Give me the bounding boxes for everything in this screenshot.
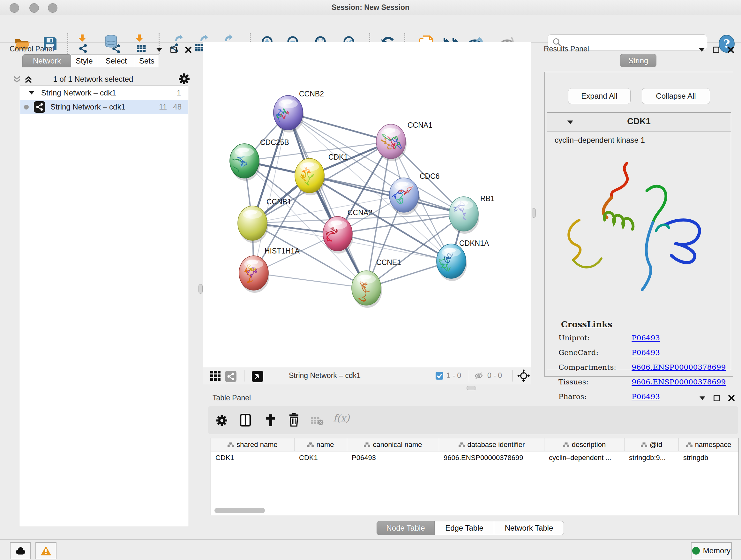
birdseye-crosshair-icon[interactable] [517, 369, 530, 382]
horizontal-splitter-grip[interactable] [467, 386, 476, 390]
tab-style[interactable]: Style [71, 54, 98, 67]
column-type-icon [307, 442, 314, 447]
node-table: shared name name canonical name database… [211, 438, 739, 515]
create-column-plus-icon[interactable] [265, 414, 276, 427]
network-view-title: String Network – cdk1 [289, 371, 360, 380]
collapse-all-button[interactable]: Collapse All [642, 88, 710, 104]
table-toolbar: f(x) [208, 406, 738, 434]
cloud-status-button[interactable] [10, 542, 31, 559]
memory-button[interactable]: Memory [691, 542, 732, 559]
crosslink-link[interactable]: 9606.ENSP00000378699 [631, 378, 726, 386]
cell-canonical-name[interactable]: P06493 [347, 451, 439, 464]
close-panel-icon[interactable] [185, 47, 192, 53]
collection-expand-icon[interactable] [29, 91, 34, 95]
grid-view-icon[interactable] [210, 371, 220, 381]
close-panel-icon[interactable] [728, 47, 734, 53]
float-panel-icon[interactable] [171, 47, 177, 53]
column-header[interactable]: database identifier [439, 438, 544, 451]
vertical-splitter-grip[interactable] [199, 284, 203, 294]
selected-checkbox-icon[interactable] [435, 372, 443, 380]
node-label: CCNB2 [299, 90, 324, 98]
cell-namespace[interactable]: stringdb [679, 451, 738, 464]
column-header[interactable]: name [294, 438, 347, 451]
node-label: CDC6 [420, 172, 440, 180]
network-edge[interactable] [254, 273, 366, 288]
tab-sets[interactable]: Sets [135, 54, 159, 67]
float-panel-icon[interactable] [713, 47, 719, 53]
cell-name[interactable]: CDK1 [294, 451, 347, 464]
delete-column-trash-icon[interactable] [288, 413, 299, 427]
table-settings-gear-icon[interactable] [216, 415, 227, 426]
cell-database-identifier[interactable]: 9606.ENSP00000378699 [439, 451, 544, 464]
warnings-button[interactable] [36, 542, 57, 559]
collapse-all-icon[interactable] [13, 75, 21, 84]
network-node-CDKN1A[interactable]: CDKN1A [436, 239, 489, 281]
tab-node-table[interactable]: Node Table [377, 521, 434, 535]
network-node-HIST1H1A[interactable]: HIST1H1A [239, 247, 300, 293]
float-panel-icon[interactable] [714, 395, 720, 401]
table-panel-title: Table Panel [212, 394, 251, 402]
column-header[interactable]: description [544, 438, 624, 451]
node-label: HIST1H1A [265, 247, 300, 255]
main-toolbar: ? [0, 15, 741, 43]
tab-select[interactable]: Select [97, 54, 135, 67]
tab-network-table[interactable]: Network Table [494, 521, 564, 535]
network-node-CDC6[interactable]: CDC6 [389, 172, 440, 215]
expand-all-icon[interactable] [24, 75, 32, 84]
crosslink-link[interactable]: P06493 [631, 334, 660, 342]
application-window: Session: New Session [0, 0, 741, 560]
cell-id[interactable]: stringdb:9... [624, 451, 679, 464]
open-in-browser-icon[interactable] [252, 371, 263, 382]
crosslink-row: Compartments: 9606.ENSP00000378699 [558, 363, 726, 371]
column-type-icon [459, 442, 465, 447]
column-header[interactable]: namespace [679, 438, 738, 451]
network-node-CCNE1[interactable]: CCNE1 [352, 258, 401, 308]
network-tree: String Network – cdk1 1 String Network –… [20, 85, 188, 526]
vertical-splitter-grip[interactable] [532, 208, 536, 218]
hidden-eye-slash-icon [475, 372, 483, 380]
crosslink-link[interactable]: 9606.ENSP00000378699 [631, 363, 726, 371]
network-options-gear-icon[interactable] [179, 73, 190, 84]
tab-string[interactable]: String [620, 54, 657, 67]
panel-menu-icon[interactable] [156, 48, 162, 52]
close-panel-icon[interactable] [728, 395, 735, 401]
tab-edge-table[interactable]: Edge Table [434, 521, 494, 535]
string-results-card: Expand All Collapse All CDK1 cyclin–depe… [544, 72, 733, 377]
column-header[interactable]: shared name [211, 438, 294, 451]
network-row-selected[interactable]: String Network – cdk1 11 48 [20, 100, 188, 114]
panel-menu-icon[interactable] [699, 48, 704, 52]
warning-triangle-icon [41, 546, 51, 556]
network-node-RB1[interactable]: RB1 [449, 194, 495, 234]
string-view-icon[interactable] [225, 371, 237, 382]
gene-card: CDK1 cyclin–dependent kinase 1 CrossLink… [547, 112, 731, 370]
status-bar: Memory [0, 539, 741, 560]
table-row[interactable]: CDK1 CDK1 P06493 9606.ENSP00000378699 cy… [211, 451, 738, 464]
crosslink-row: Uniprot: P06493 [558, 334, 660, 342]
network-collection-row[interactable]: String Network – cdk1 1 [20, 86, 188, 100]
node-label: CCNE1 [376, 258, 401, 266]
show-columns-icon[interactable] [240, 414, 251, 427]
crosslinks-title: CrossLinks [561, 320, 612, 329]
expand-all-button[interactable]: Expand All [568, 88, 630, 104]
crosslink-row: GeneCard: P06493 [558, 348, 660, 357]
crosslink-row: Tissues: 9606.ENSP00000378699 [558, 378, 726, 386]
horizontal-scrollbar-thumb[interactable] [214, 508, 265, 513]
network-node-CDK1[interactable]: CDK1 [295, 153, 348, 195]
crosslink-link[interactable]: P06493 [631, 348, 660, 357]
column-type-icon [563, 442, 569, 447]
network-graph[interactable]: CCNB2CCNA1CDC25BCDK1CDC6RB1CCNB1CCNA2CDK… [203, 42, 531, 367]
hidden-count: 0 - 0 [487, 371, 502, 380]
tab-network[interactable]: Network [22, 54, 71, 67]
column-type-icon [364, 442, 370, 447]
memory-status-dot [692, 547, 700, 555]
column-header[interactable]: @id [624, 438, 679, 451]
panel-menu-icon[interactable] [699, 396, 705, 400]
network-edge[interactable] [288, 113, 366, 288]
node-label: CDC25B [260, 138, 289, 146]
network-node-CCNB2[interactable]: CCNB2 [273, 90, 324, 132]
cell-shared-name[interactable]: CDK1 [211, 451, 294, 464]
cell-description[interactable]: cyclin–dependent ... [544, 451, 624, 464]
column-header[interactable]: canonical name [347, 438, 439, 451]
network-canvas[interactable]: CCNB2CCNA1CDC25BCDK1CDC6RB1CCNB1CCNA2CDK… [203, 42, 531, 367]
collection-name: String Network – cdk1 [41, 88, 116, 98]
